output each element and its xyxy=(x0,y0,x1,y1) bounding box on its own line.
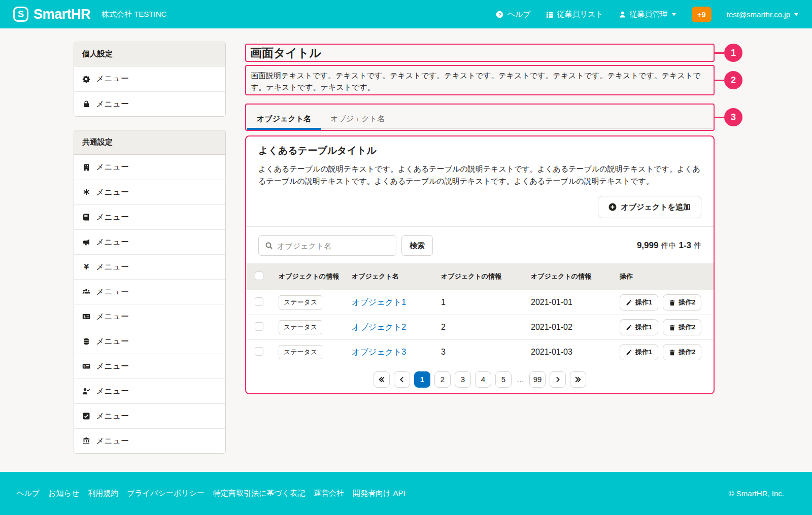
sidebar-item-label: メニュー xyxy=(96,162,129,173)
column-header: オブジェクトの情報 xyxy=(437,263,527,290)
pagination-first-button[interactable] xyxy=(374,371,390,388)
pagination-page-4[interactable]: 4 xyxy=(475,371,491,388)
gear-icon xyxy=(82,75,90,83)
row-checkbox[interactable] xyxy=(255,347,263,356)
smarthr-logo-icon: S xyxy=(13,7,28,22)
sidebar-menu-item[interactable]: ¥ メニュー xyxy=(74,254,225,279)
object-date-cell: 2021-01-02 xyxy=(527,315,616,340)
annotation-number: 1 xyxy=(724,44,742,62)
edit-action-button[interactable]: 操作1 xyxy=(620,344,658,360)
tab-1[interactable]: オブジェクト名 xyxy=(247,107,321,130)
pencil-icon xyxy=(626,324,632,331)
object-link[interactable]: オブジェクト3 xyxy=(352,348,406,356)
row-checkbox[interactable] xyxy=(255,297,263,306)
sidebar-menu-item[interactable]: メニュー xyxy=(74,304,225,329)
edit-action-button[interactable]: 操作1 xyxy=(620,294,658,311)
add-object-button[interactable]: オブジェクトを追加 xyxy=(598,196,701,218)
pagination-page-2[interactable]: 2 xyxy=(434,371,451,388)
edit-action-label: 操作1 xyxy=(635,323,652,332)
account-email: test@smarthr.co.jp xyxy=(727,10,790,19)
pagination-next-button[interactable] xyxy=(550,371,566,388)
footer-link[interactable]: ヘルプ xyxy=(16,489,40,498)
annotation-connector xyxy=(714,264,715,266)
sidebar-section: 共通設定 メニュー メニュー メニュー メニュー ¥ メニュー メニュー メニュ… xyxy=(74,130,226,454)
table-section-description: よくあるテーブルの説明テキストです。よくあるテーブルの説明テキストです。よくある… xyxy=(258,163,701,187)
sidebar-menu-item[interactable]: メニュー xyxy=(74,180,225,204)
pagination-page-5[interactable]: 5 xyxy=(495,371,512,388)
sidebar-menu-item[interactable]: メニュー xyxy=(74,91,225,116)
users-icon xyxy=(82,288,90,296)
object-link[interactable]: オブジェクト1 xyxy=(352,298,406,306)
plus-circle-icon xyxy=(608,203,617,211)
footer-link[interactable]: 利用規約 xyxy=(88,489,118,498)
sidebar-menu-item[interactable]: メニュー xyxy=(74,229,225,254)
pagination-prev-button[interactable] xyxy=(394,371,410,388)
sidebar-menu-item[interactable]: メニュー xyxy=(74,66,225,91)
pencil-icon xyxy=(626,299,632,306)
footer-link[interactable]: 運営会社 xyxy=(314,489,344,498)
object-search-field[interactable] xyxy=(258,235,396,256)
annotation-marker-1: 1 xyxy=(714,44,742,62)
trash-icon xyxy=(669,299,675,306)
status-badge: ステータス xyxy=(279,345,322,359)
footer-link[interactable]: お知らせ xyxy=(48,489,79,498)
employee-list-link[interactable]: 従業員リスト xyxy=(546,10,603,19)
row-checkbox[interactable] xyxy=(255,322,263,331)
pagination-last-button[interactable] xyxy=(570,371,586,388)
svg-text:?: ? xyxy=(498,12,501,17)
object-info-cell: 2 xyxy=(437,315,527,340)
delete-action-label: 操作2 xyxy=(679,348,695,357)
account-dropdown[interactable]: test@smarthr.co.jp xyxy=(727,10,799,19)
result-unit-label: 件 xyxy=(694,241,701,251)
search-input[interactable] xyxy=(277,242,390,250)
sidebar-menu-item[interactable]: メニュー xyxy=(74,329,225,354)
table-row: ステータス オブジェクト2 2 2021-01-02 操作1 操作2 xyxy=(246,315,714,340)
status-badge: ステータス xyxy=(279,295,322,310)
edit-action-button[interactable]: 操作1 xyxy=(620,319,658,335)
sidebar-menu-item[interactable]: $ メニュー xyxy=(74,354,225,379)
sidebar-item-label: メニュー xyxy=(96,361,129,372)
sidebar-menu-item[interactable]: メニュー xyxy=(74,379,225,403)
sidebar-menu-item[interactable]: メニュー xyxy=(74,279,225,304)
result-total: 9,999 xyxy=(637,241,659,251)
pagination-page-99[interactable]: 99 xyxy=(529,371,546,388)
annotated-page-description-box: 画面説明テキストです。テキストです。テキストです。テキストです。テキストです。テ… xyxy=(245,65,715,95)
edit-action-label: 操作1 xyxy=(635,348,652,357)
footer-link[interactable]: 特定商取引法に基づく表記 xyxy=(213,489,305,498)
user-check-icon xyxy=(82,387,90,395)
pagination-page-1[interactable]: 1 xyxy=(414,371,430,388)
sidebar-menu-item[interactable]: メニュー xyxy=(74,403,225,428)
delete-action-button[interactable]: 操作2 xyxy=(663,344,701,360)
annotated-page-title-box: 画面タイトル 1 xyxy=(245,44,715,62)
smarthr-logo[interactable]: S SmartHR xyxy=(13,7,90,22)
object-link[interactable]: オブジェクト2 xyxy=(352,323,406,331)
help-icon: ? xyxy=(496,11,503,18)
sidebar-item-label: メニュー xyxy=(96,99,129,110)
select-all-checkbox[interactable] xyxy=(255,271,263,280)
footer-link[interactable]: 開発者向け API xyxy=(353,489,405,498)
sidebar-menu-item[interactable]: メニュー xyxy=(74,155,225,180)
object-date-cell: 2021-01-01 xyxy=(527,290,616,315)
delete-action-button[interactable]: 操作2 xyxy=(663,319,701,335)
page-title: 画面タイトル xyxy=(250,45,321,61)
delete-action-button[interactable]: 操作2 xyxy=(663,294,701,311)
column-header: 操作 xyxy=(616,263,714,290)
search-button[interactable]: 検索 xyxy=(401,235,433,256)
employee-manage-dropdown[interactable]: 従業員管理 xyxy=(619,10,676,19)
pagination-page-3[interactable]: 3 xyxy=(455,371,471,388)
sidebar-menu-item[interactable]: メニュー xyxy=(74,204,225,229)
tab-2[interactable]: オブジェクト名 xyxy=(321,107,394,130)
id-card-icon xyxy=(82,313,90,321)
sidebar-item-label: メニュー xyxy=(96,74,129,84)
book-icon xyxy=(82,213,90,221)
object-date-cell: 2021-01-03 xyxy=(527,340,616,365)
sidebar-menu-item[interactable]: メニュー xyxy=(74,428,225,453)
annotation-connector xyxy=(714,117,724,118)
result-of-label: 件中 xyxy=(661,241,676,251)
help-link[interactable]: ? ヘルプ xyxy=(496,10,530,19)
footer-link[interactable]: プライバシーポリシー xyxy=(127,489,205,498)
notification-badge[interactable]: +9 xyxy=(692,7,712,22)
table-row: ステータス オブジェクト3 3 2021-01-03 操作1 操作2 xyxy=(246,340,714,365)
result-count: 9,999 件中 1-3 件 xyxy=(637,241,701,251)
page-description: 画面説明テキストです。テキストです。テキストです。テキストです。テキストです。テ… xyxy=(251,70,709,93)
